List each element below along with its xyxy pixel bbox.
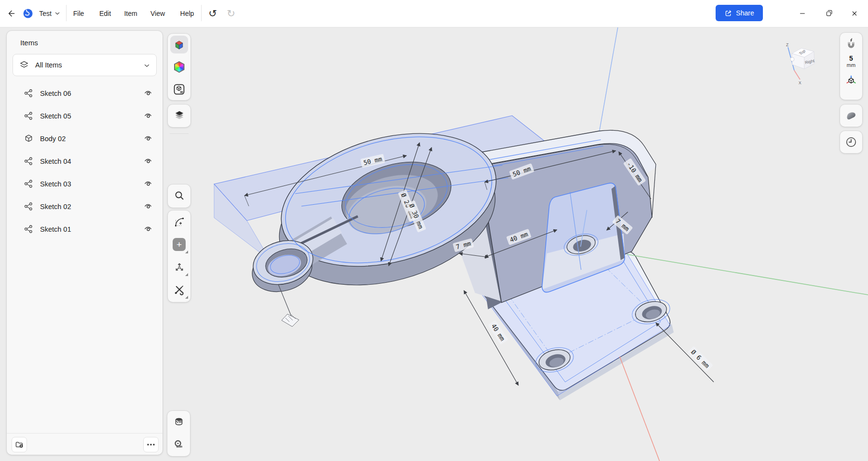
close-icon bbox=[851, 10, 858, 17]
menu-file[interactable]: File bbox=[69, 0, 88, 27]
visibility-eye-icon[interactable] bbox=[143, 134, 153, 144]
appearance-button[interactable] bbox=[168, 56, 190, 78]
viewcube-x-line bbox=[794, 70, 800, 79]
list-item-sketch-01[interactable]: Sketch 01 bbox=[7, 218, 163, 240]
list-item-sketch-06[interactable]: Sketch 06 bbox=[7, 82, 163, 105]
sketch-tool-button[interactable] bbox=[168, 211, 190, 233]
list-item-sketch-04[interactable]: Sketch 04 bbox=[7, 150, 163, 172]
submenu-indicator bbox=[185, 296, 188, 299]
axes-toggle-button[interactable] bbox=[845, 68, 857, 93]
plus-icon: + bbox=[173, 238, 186, 251]
app-logo bbox=[22, 0, 34, 27]
redo-button[interactable]: ↻ bbox=[225, 0, 237, 27]
zoom-button[interactable] bbox=[168, 184, 190, 207]
divider bbox=[201, 5, 202, 21]
item-label: Sketch 06 bbox=[40, 90, 71, 97]
x-axis-label: X bbox=[799, 80, 801, 85]
history-toolbar bbox=[840, 131, 862, 153]
visibility-eye-icon[interactable] bbox=[143, 111, 153, 121]
item-label: Sketch 04 bbox=[40, 158, 71, 165]
document-name[interactable]: Test bbox=[37, 0, 54, 27]
sketch-icon bbox=[24, 157, 33, 166]
chevron-down-icon[interactable] bbox=[54, 0, 61, 27]
chevron-down-icon bbox=[144, 61, 149, 69]
z-axis-label: Z bbox=[786, 42, 788, 47]
x-axis-line bbox=[620, 356, 660, 461]
layers-icon bbox=[174, 110, 185, 121]
shaded-view-icon bbox=[845, 109, 858, 122]
layers-button[interactable] bbox=[168, 105, 190, 127]
sketch-icon bbox=[24, 224, 33, 234]
back-icon bbox=[6, 9, 16, 18]
snap-value[interactable]: 5 bbox=[849, 55, 853, 62]
analysis-toolbar bbox=[167, 411, 190, 456]
layers-toolbar bbox=[168, 105, 190, 127]
share-button[interactable]: Share bbox=[716, 5, 763, 21]
menu-edit[interactable]: Edit bbox=[95, 0, 115, 27]
tools-button[interactable] bbox=[168, 278, 190, 301]
appearance-icon bbox=[174, 61, 185, 73]
search-icon bbox=[174, 190, 185, 201]
section-view-button[interactable] bbox=[167, 411, 190, 433]
sketch-icon bbox=[24, 89, 33, 98]
history-clock-icon bbox=[845, 136, 857, 148]
sketch-icon bbox=[24, 111, 33, 120]
new-folder-button[interactable] bbox=[12, 437, 27, 452]
visibility-eye-icon[interactable] bbox=[143, 202, 153, 211]
share-label: Share bbox=[736, 9, 754, 17]
snap-magnet-button[interactable] bbox=[845, 33, 857, 55]
item-label: Sketch 02 bbox=[40, 203, 71, 211]
items-panel: Items All Items Sketch 06 Sketch 05 Body… bbox=[7, 31, 163, 455]
transform-tool-button[interactable] bbox=[168, 256, 190, 278]
orientation-cube-icon bbox=[174, 40, 184, 50]
minimize-button[interactable] bbox=[791, 0, 814, 26]
item-label: Sketch 03 bbox=[40, 180, 71, 188]
list-item-body-02[interactable]: Body 02 bbox=[7, 127, 163, 150]
menu-help[interactable]: Help bbox=[177, 0, 197, 27]
visibility-eye-icon[interactable] bbox=[143, 89, 153, 98]
view-settings-toolbar bbox=[168, 34, 190, 100]
visibility-eye-icon[interactable] bbox=[143, 179, 153, 189]
snap-magnet-icon bbox=[845, 38, 857, 50]
transform-icon bbox=[174, 262, 185, 273]
restore-icon bbox=[825, 9, 833, 17]
more-options-button[interactable] bbox=[143, 437, 159, 452]
shaded-view-button[interactable] bbox=[845, 109, 858, 122]
divider bbox=[170, 133, 189, 134]
submenu-indicator bbox=[185, 273, 188, 276]
visual-style-button[interactable] bbox=[168, 78, 190, 100]
measure-tape-icon bbox=[174, 439, 184, 449]
undo-button[interactable]: ↺ bbox=[206, 0, 219, 27]
items-filter-dropdown[interactable]: All Items bbox=[13, 54, 157, 76]
menu-view[interactable]: View bbox=[148, 0, 167, 27]
measure-button[interactable] bbox=[167, 433, 190, 455]
add-tool-button[interactable]: + bbox=[168, 233, 190, 256]
sketch-icon bbox=[24, 179, 33, 188]
back-button[interactable] bbox=[4, 0, 18, 27]
snap-toolbar: 5 mm bbox=[840, 33, 862, 100]
item-label: Sketch 05 bbox=[40, 112, 71, 120]
orientation-cube-button[interactable] bbox=[168, 34, 190, 56]
tools-toolbar: + bbox=[168, 211, 190, 302]
divider bbox=[66, 5, 67, 21]
item-label: Sketch 01 bbox=[40, 225, 71, 233]
app-logo-icon bbox=[23, 8, 33, 19]
menu-item[interactable]: Item bbox=[121, 0, 140, 27]
y-axis-line bbox=[627, 254, 868, 295]
view-cube[interactable]: Z X Top Right bbox=[772, 36, 829, 91]
filter-label: All Items bbox=[35, 61, 62, 69]
visibility-eye-icon[interactable] bbox=[143, 224, 153, 234]
list-item-sketch-05[interactable]: Sketch 05 bbox=[7, 105, 163, 127]
panel-footer bbox=[7, 433, 163, 455]
history-button[interactable] bbox=[845, 136, 857, 148]
share-icon bbox=[724, 9, 732, 17]
close-button[interactable] bbox=[843, 0, 866, 26]
visibility-eye-icon[interactable] bbox=[143, 157, 153, 166]
restore-button[interactable] bbox=[818, 0, 840, 26]
snap-unit: mm bbox=[847, 62, 855, 68]
sketch-icon bbox=[24, 202, 33, 211]
new-folder-icon bbox=[15, 440, 24, 449]
list-item-sketch-02[interactable]: Sketch 02 bbox=[7, 195, 163, 218]
tools-icon bbox=[174, 284, 185, 295]
list-item-sketch-03[interactable]: Sketch 03 bbox=[7, 172, 163, 195]
